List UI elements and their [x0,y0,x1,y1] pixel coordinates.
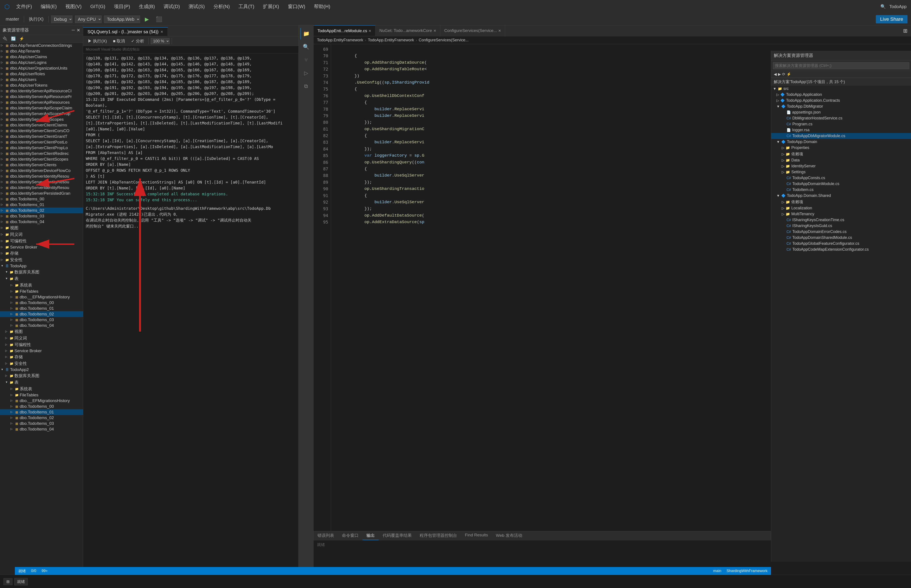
activity-debug[interactable]: ▷ [300,67,312,79]
solution-search-input[interactable] [773,62,909,69]
tree-db-todoapp-tables[interactable]: ▼ 📁 表 [0,275,83,282]
tree-db-todoapp-efmig[interactable]: ▷ ▦ dbo.__EFMigrationsHistory [0,294,83,300]
breadcrumb-3[interactable]: ConfigureServices(Service... [419,38,468,42]
activity-explorer[interactable]: 📁 [300,28,312,39]
query-tab-active[interactable]: SQLQuery1.sql - (l...)master sa (54)) ✕ [83,27,168,36]
tree-item-identity2[interactable]: ▷ ▦ dbo.IdentityServerApiResourcePr [0,94,83,100]
tree-item-identity8[interactable]: ▷ ▦ dbo.IdentityServerClientCorsCO [0,128,83,134]
tree-item-identity9[interactable]: ▷ ▦ dbo.IdentityServerClientGrantT [0,134,83,139]
bottom-tab-webpublish[interactable]: Web 发布活动 [492,531,526,540]
refresh-btn[interactable]: 🔄 [10,36,17,42]
run-btn[interactable]: ▶ [143,15,151,23]
taskbar-status[interactable]: 就绪 [14,578,28,585]
tree-db-todoapp-ti00[interactable]: ▷ ▦ dbo.TodoItems_00 [0,300,83,305]
tree-db-todoapp2-filetables[interactable]: ▷ 📁 FileTables [0,392,83,398]
branch-selector[interactable]: master [3,16,21,23]
tree-item-identity10[interactable]: ▷ ▦ dbo.IdentityServerClientPostLo [0,139,83,145]
tree-group-security[interactable]: ▷ 📁 安全性 [0,257,83,263]
tree-item-dbo-abpuserorg[interactable]: ▷ ▦ dbo.AbpUserOrganizationUnits [0,65,83,71]
tree-item-todoitems00[interactable]: ▷ ▦ dbo.TodoItems_00 [0,196,83,202]
tree-db-todoapp2-efmig[interactable]: ▷ ▦ dbo.__EFMigrationsHistory [0,398,83,404]
tree-db-todoapp-dbt[interactable]: ▼ 📁 数据库关系图 [0,269,83,275]
sol-item-properties[interactable]: ▷ 📁 Properties [771,145,911,151]
sol-item-localization[interactable]: ▷ 📁 Localization [771,205,911,211]
tree-item-identity12[interactable]: ▷ ▦ dbo.IdentityServerClientRedirec [0,151,83,157]
sol-item-src[interactable]: ▼ 📁 src [771,86,911,92]
sol-item-codeext[interactable]: C# TodoAppCodeMapExtensionConfigurator.c… [771,247,911,252]
tree-item-todoitems04[interactable]: ▷ ▦ dbo.TodoItems_04 [0,219,83,225]
sol-item-todoitem[interactable]: C# TodoItem.cs [771,187,911,193]
tree-item-identity14[interactable]: ▷ ▦ dbo.IdentityServerClients [0,162,83,168]
tree-item-identity18[interactable]: ▷ ▦ dbo.IdentityServerIdentityResou [0,185,83,191]
vscode-status-issues[interactable]: 0/0 [31,569,36,573]
activity-search[interactable]: 🔍 [300,41,312,53]
tree-group-views[interactable]: ▷ 📁 视图 [0,225,83,231]
activity-git[interactable]: ⑂ [300,54,312,66]
menu-tools[interactable]: 工具(T) [236,2,257,11]
filter-btn[interactable]: ⚡ [18,36,25,42]
execute-query-btn[interactable]: ▶ 执行(X) [86,38,109,45]
tree-item-identity17[interactable]: ▷ ▦ dbo.IdentityServerIdentityResou [0,179,83,185]
sol-item-multitenancy[interactable]: ▷ 📁 MultiTenancy [771,211,911,217]
editor-tab-close-3[interactable]: ✕ [498,29,501,33]
editor-tab-close-1[interactable]: ✕ [368,29,371,33]
tree-db-todoapp-synonyms[interactable]: ▷ 📁 同义词 [0,335,83,341]
editor-tab-nuget[interactable]: NuGet: Todo...ameworkCore ✕ [375,25,440,36]
search-icon[interactable]: 🔍 [880,4,886,9]
tree-item-dbo-abpusertokens[interactable]: ▷ ▦ dbo.AbpUserTokens [0,82,83,88]
query-tab-close[interactable]: ✕ [160,30,163,34]
tree-group-storage[interactable]: ▷ 📁 存储 [0,250,83,257]
tree-db-todoapp-ti04[interactable]: ▷ ▦ dbo.TodoItems_04 [0,323,83,328]
vscode-status-git[interactable]: main [713,569,721,573]
tree-item-identity11[interactable]: ▷ ▦ dbo.IdentityServerClientPropLo [0,145,83,151]
editor-tab-configureservices[interactable]: ConfigureServices(Service... ✕ [440,25,506,36]
minimize-icon[interactable]: ─ [72,27,75,33]
sol-item-isharing-guid[interactable]: C# ISharingKeysIsGuld.cs [771,223,911,229]
menu-build[interactable]: 生成(B) [137,2,157,11]
sol-item-domainmodule[interactable]: C# TodoAppDomainModule.cs [771,181,911,187]
tree-item-dbo-abpusers[interactable]: ▷ ▦ dbo.AbpUsers [0,77,83,82]
execute-btn[interactable]: 执行(X) [27,15,46,23]
cpu-dropdown[interactable]: Any CPU [75,16,102,23]
tree-db-todoapp2[interactable]: ▼ 🗄 TodoApp2 [0,367,83,373]
sol-tool-back[interactable]: ◀ [774,72,777,77]
tree-db-todoapp2-ti03[interactable]: ▷ ▦ dbo.TodoItems_03 [0,421,83,426]
vscode-status-sync[interactable]: ShardingWithFramework [727,569,767,573]
taskbar-start[interactable]: ⊞ [3,578,13,585]
menu-edit[interactable]: 编辑(E) [39,2,59,11]
sol-item-app[interactable]: ▷ 🔷 TodoApp.Application [771,92,911,98]
parse-query-btn[interactable]: ✓ 分析 [129,38,146,45]
tree-db-todoapp-ti03[interactable]: ▷ ▦ dbo.TodoItems_03 [0,317,83,323]
tree-group-service-broker-1[interactable]: ▷ 📁 Service Broker [0,244,83,250]
menu-project[interactable]: 项目(P) [112,2,132,11]
tree-item-dbo-abptenants[interactable]: ▷ ▦ dbo.AbpTenants [0,48,83,54]
tree-item-dbo-abptenantconnection[interactable]: ▷ ▦ dbo.AbpTenantConnectionStrings [0,43,83,48]
tree-db-todoapp[interactable]: ▼ 🗄 TodoApp [0,263,83,269]
menu-extensions[interactable]: 扩展(X) [261,2,281,11]
editor-tab-module[interactable]: TodoAppEnti...reModule.cs ✕ [313,25,375,36]
tree-db-todoapp-svcbroker[interactable]: ▷ 📁 Service Broker [0,348,83,354]
activity-extensions[interactable]: ⧉ [300,81,312,92]
tree-item-identity19[interactable]: ▷ ▦ dbo.IdentityServerPersistedGran [0,191,83,196]
tree-item-identity7[interactable]: ▷ ▦ dbo.IdentityServerClientClaims [0,122,83,128]
sol-item-dbmigrator[interactable]: ▼ 🔷 TodoApp.DbMigrator [771,103,911,109]
bottom-tab-cmdwindow[interactable]: 命令窗口 [338,531,362,540]
connect-btn[interactable]: 🔌 [2,36,8,42]
menu-analyze[interactable]: 分析(N) [212,2,232,11]
tree-item-identity4[interactable]: ▷ ▦ dbo.IdentityServerApiScopeClaim [0,105,83,111]
close-icon[interactable]: ✕ [77,27,80,33]
sol-item-domainsharedmodule[interactable]: C# TodoAppDomainSharedModule.cs [771,235,911,241]
tree-item-dbo-abpuserclaims[interactable]: ▷ ▦ dbo.AbpUserClaims [0,54,83,60]
tree-item-identity6[interactable]: ▷ ▦ dbo.IdentityServerApiScopes [0,116,83,122]
sol-item-appsettings[interactable]: 📄 appsettings.json [771,109,911,115]
tree-db-todoapp2-ti01[interactable]: ▷ ▦ dbo.TodoItems_01 [0,409,83,415]
tree-item-identity1[interactable]: ▷ ▦ dbo.IdentityServerApiResourceCl [0,88,83,94]
cancel-query-btn[interactable]: ■ 取消 [111,38,127,45]
tree-db-todoapp-prog[interactable]: ▷ 📁 可编程性 [0,341,83,348]
tree-item-identity3[interactable]: ▷ ▦ dbo.IdentityServerApiResources [0,100,83,105]
bottom-tab-output[interactable]: 输出 [362,531,379,540]
bottom-tab-packagemgr[interactable]: 程序包管理器控制台 [416,531,461,540]
menu-help[interactable]: 帮助(H) [312,2,333,11]
tree-group-programmability[interactable]: ▷ 📁 可编程性 [0,238,83,244]
tree-db-todoapp2-ti02[interactable]: ▷ ▦ dbo.TodoItems_02 [0,415,83,421]
